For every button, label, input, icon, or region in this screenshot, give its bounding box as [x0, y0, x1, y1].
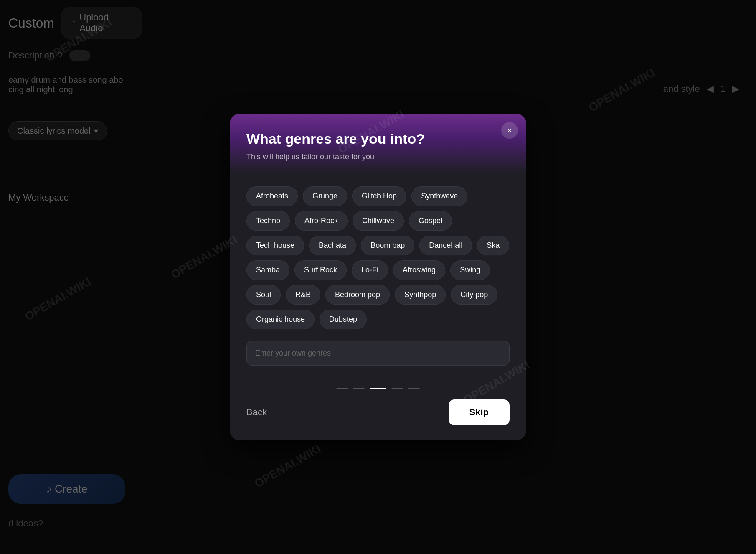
genre-pill-techno[interactable]: Techno	[246, 211, 290, 231]
genre-pill-bedroom-pop[interactable]: Bedroom pop	[325, 285, 390, 305]
genre-pill-rnb[interactable]: R&B	[286, 285, 320, 305]
progress-dot-0	[336, 388, 348, 389]
genre-grid: AfrobeatsGrungeGlitch HopSynthwaveTechno…	[246, 186, 510, 329]
modal-close-button[interactable]: ×	[501, 122, 518, 139]
modal-header: × What genres are you into? This will he…	[230, 114, 526, 174]
progress-dots	[230, 388, 526, 389]
genre-pill-surf-rock[interactable]: Surf Rock	[294, 260, 347, 280]
genre-pill-afrobeats[interactable]: Afrobeats	[246, 186, 298, 206]
genre-pill-synthpop[interactable]: Synthpop	[395, 285, 446, 305]
genre-pill-dubstep[interactable]: Dubstep	[320, 310, 367, 329]
genre-pill-gospel[interactable]: Gospel	[409, 211, 452, 231]
modal-body: AfrobeatsGrungeGlitch HopSynthwaveTechno…	[230, 174, 526, 388]
genre-pill-synthwave[interactable]: Synthwave	[411, 186, 467, 206]
genre-pill-afro-rock[interactable]: Afro-Rock	[295, 211, 348, 231]
genre-pill-samba[interactable]: Samba	[246, 260, 289, 280]
genre-pill-chillwave[interactable]: Chillwave	[353, 211, 404, 231]
modal-title: What genres are you into?	[246, 130, 510, 147]
genre-pill-organic-house[interactable]: Organic house	[246, 310, 315, 329]
genre-modal: × What genres are you into? This will he…	[230, 114, 526, 440]
genre-pill-city-pop[interactable]: City pop	[451, 285, 497, 305]
genre-pill-tech-house[interactable]: Tech house	[246, 236, 304, 255]
back-button[interactable]: Back	[246, 407, 267, 418]
genre-pill-swing[interactable]: Swing	[450, 260, 490, 280]
genre-pill-glitch-hop[interactable]: Glitch Hop	[352, 186, 406, 206]
genre-pill-bachata[interactable]: Bachata	[309, 236, 356, 255]
genre-pill-ska[interactable]: Ska	[477, 236, 509, 255]
genre-custom-input[interactable]	[246, 341, 510, 366]
modal-subtitle: This will help us tailor our taste for y…	[246, 152, 510, 161]
genre-pill-afroswing[interactable]: Afroswing	[393, 260, 445, 280]
genre-pill-lo-fi[interactable]: Lo-Fi	[352, 260, 388, 280]
progress-dot-3	[391, 388, 403, 389]
genre-pill-soul[interactable]: Soul	[246, 285, 281, 305]
progress-dot-4	[408, 388, 420, 389]
genre-pill-grunge[interactable]: Grunge	[303, 186, 347, 206]
progress-dot-1	[353, 388, 365, 389]
genre-pill-boom-bap[interactable]: Boom bap	[361, 236, 414, 255]
progress-dot-2	[370, 388, 386, 389]
genre-pill-dancehall[interactable]: Dancehall	[419, 236, 472, 255]
skip-button[interactable]: Skip	[449, 399, 510, 425]
modal-footer: Back Skip	[230, 399, 526, 440]
